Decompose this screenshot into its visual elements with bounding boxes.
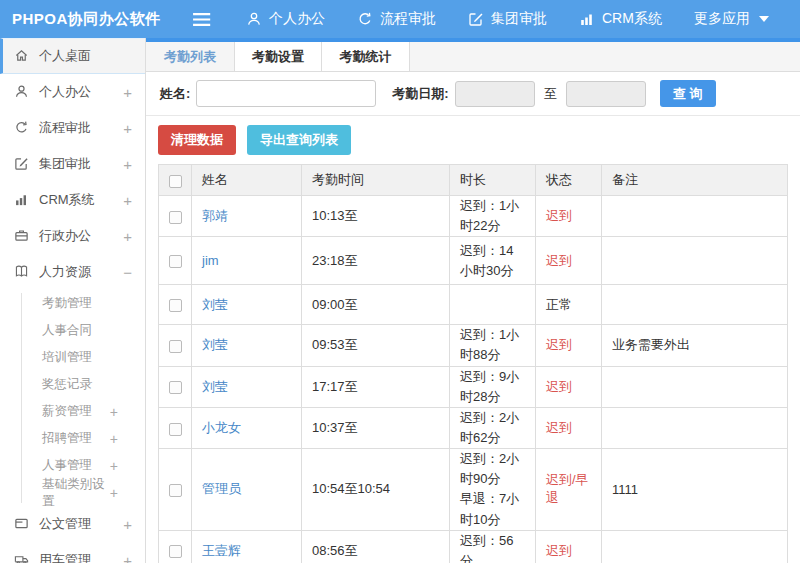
sidebar-item-label: 公文管理 [39,515,91,533]
expand-plus-icon[interactable]: + [123,553,132,563]
expand-plus-icon[interactable]: + [123,229,132,244]
expand-plus-icon[interactable]: + [123,517,132,532]
col-header-name: 姓名 [192,165,302,196]
sidebar-subitem-label: 考勤管理 [42,295,92,312]
nav-label: 集团审批 [491,10,547,28]
sidebar-item-personal-desktop[interactable]: 个人桌面 [0,38,145,74]
collapse-minus-icon[interactable]: − [123,265,132,280]
hamburger-icon[interactable] [192,12,212,27]
sidebar-subitem-hr-contract[interactable]: 人事合同 [0,317,145,344]
row-checkbox[interactable] [169,484,182,497]
tab-attendance-settings[interactable]: 考勤设置 [234,42,322,71]
expand-plus-icon[interactable]: + [123,121,132,136]
sidebar-subitem-rewards[interactable]: 奖惩记录 [0,371,145,398]
row-checkbox[interactable] [169,340,182,353]
duration-cell: 迟到：1小时22分 [450,196,536,237]
table-header-row: 姓名 考勤时间 时长 状态 备注 [159,165,788,196]
sidebar: 个人桌面 个人办公 + 流程审批 + 集团审批 + CRM系统 + 行政办公 + [0,38,146,563]
duration-cell: 迟到：2小时62分 [450,407,536,448]
nav-more-apps[interactable]: 更多应用 [694,10,769,28]
sidebar-subitem-label: 培训管理 [42,349,92,366]
employee-name-link[interactable]: 刘莹 [202,337,228,352]
employee-name-link[interactable]: 王壹辉 [202,543,241,558]
search-button[interactable]: 查 询 [660,80,716,107]
sidebar-item-group-approval[interactable]: 集团审批 + [0,146,145,182]
table-row: 刘莹 17:17至 迟到：9小时28分 迟到 [159,366,788,407]
expand-plus-icon[interactable]: + [123,157,132,172]
employee-name-link[interactable]: jim [202,253,219,268]
table-row: jim 23:18至 迟到：14小时30分 迟到 [159,237,788,285]
row-checkbox[interactable] [169,211,182,224]
expand-plus-icon[interactable]: + [110,486,118,500]
nav-crm[interactable]: CRM系统 [579,10,662,28]
sidebar-subitem-training[interactable]: 培训管理 [0,344,145,371]
sidebar-subitem-attendance[interactable]: 考勤管理 [0,290,145,317]
sidebar-item-label: 用车管理 [39,551,91,563]
nav-label: 流程审批 [380,10,436,28]
expand-plus-icon[interactable]: + [110,459,118,473]
name-input[interactable] [196,80,376,107]
nav-workflow-approval[interactable]: 流程审批 [357,10,436,28]
duration-cell: 迟到：1小时88分 [450,325,536,366]
clean-data-button[interactable]: 清理数据 [158,125,236,155]
attendance-time: 23:18至 [302,237,450,285]
status-badge: 迟到 [536,237,602,285]
nav-personal-office[interactable]: 个人办公 [246,10,325,28]
top-nav: 个人办公 流程审批 集团审批 CRM系统 更多应用 [246,10,769,28]
employee-name-link[interactable]: 小龙女 [202,420,241,435]
attendance-table: 姓名 考勤时间 时长 状态 备注 郭靖 10:13至 迟到：1小时22分 迟到 [158,164,788,563]
tab-attendance-list[interactable]: 考勤列表 [146,42,234,71]
col-header-duration: 时长 [450,165,536,196]
date-to-input[interactable] [566,81,646,107]
col-header-time: 考勤时间 [302,165,450,196]
expand-plus-icon[interactable]: + [123,85,132,100]
sidebar-subitem-salary[interactable]: 薪资管理 + [0,398,145,425]
sidebar-item-crm[interactable]: CRM系统 + [0,182,145,218]
bar-chart-icon [579,11,595,27]
row-checkbox[interactable] [169,299,182,312]
expand-plus-icon[interactable]: + [123,193,132,208]
sidebar-subitem-label: 基础类别设置 [42,476,110,510]
sidebar-item-vehicle[interactable]: 用车管理 + [0,542,145,563]
sidebar-item-document[interactable]: 公文管理 + [0,506,145,542]
tab-attendance-stats[interactable]: 考勤统计 [322,42,410,71]
sidebar-item-personal-office[interactable]: 个人办公 + [0,74,145,110]
edit-icon [14,156,30,172]
export-list-button[interactable]: 导出查询列表 [247,125,351,155]
sidebar-subitem-label: 奖惩记录 [42,376,92,393]
person-icon [246,11,262,27]
sidebar-item-hr[interactable]: 人力资源 − [0,254,145,290]
attendance-time: 10:37至 [302,407,450,448]
status-badge: 正常 [536,285,602,325]
row-checkbox[interactable] [169,381,182,394]
table-row: 王壹辉 08:56至 迟到：56分 迟到 [159,530,788,563]
row-checkbox[interactable] [169,255,182,268]
sidebar-item-workflow-approval[interactable]: 流程审批 + [0,110,145,146]
briefcase-icon [14,228,30,244]
expand-plus-icon[interactable]: + [110,432,118,446]
expand-plus-icon[interactable]: + [110,405,118,419]
sidebar-subitem-base-category[interactable]: 基础类别设置 + [0,479,145,506]
row-checkbox[interactable] [169,423,182,436]
status-badge: 迟到 [536,196,602,237]
attendance-time: 10:13至 [302,196,450,237]
attendance-time: 08:56至 [302,530,450,563]
sidebar-item-label: 行政办公 [39,227,91,245]
duration-cell: 迟到：56分 [450,530,536,563]
employee-name-link[interactable]: 刘莹 [202,379,228,394]
sidebar-item-label: 集团审批 [39,155,91,173]
main-content: 考勤列表 考勤设置 考勤统计 姓名: 考勤日期: 至 查 询 清理数据 导出查询… [146,38,800,563]
row-checkbox[interactable] [169,545,182,558]
select-all-checkbox[interactable] [169,175,182,188]
sidebar-subitem-recruit[interactable]: 招聘管理 + [0,425,145,452]
note-cell [602,366,788,407]
employee-name-link[interactable]: 刘莹 [202,297,228,312]
employee-name-link[interactable]: 郭靖 [202,208,228,223]
sidebar-item-admin-office[interactable]: 行政办公 + [0,218,145,254]
status-badge: 迟到 [536,366,602,407]
employee-name-link[interactable]: 管理员 [202,481,241,496]
nav-group-approval[interactable]: 集团审批 [468,10,547,28]
app-title: PHPOA协同办公软件 [0,10,192,29]
date-from-input[interactable] [455,81,535,107]
document-icon [14,516,30,532]
